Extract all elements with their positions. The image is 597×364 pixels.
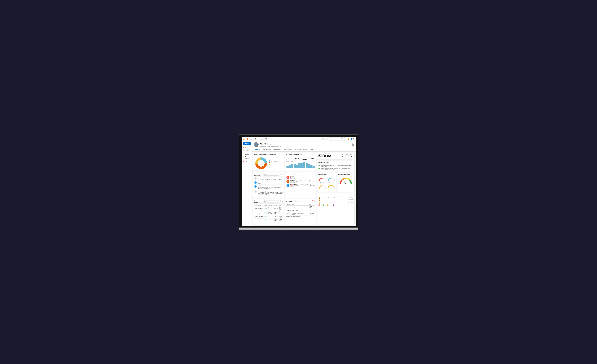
ph-settings-icon[interactable]: ⚙ [282, 200, 283, 203]
nba-item-2: ✓ Recommend usage-based insurance as the… [319, 168, 353, 170]
row-spend-charts: Customer Insurance Spend by Products [253, 153, 316, 171]
insurance-spend-time-title: Insurance Spend Over Time [286, 154, 315, 156]
mail-icon[interactable]: ✉ [346, 138, 347, 140]
churn-risk-label: Churn Risk [320, 182, 325, 183]
segmentation-icon: 📊 [243, 160, 244, 162]
bar [310, 165, 313, 168]
user-icon[interactable]: 👤 [350, 138, 352, 140]
alert-date-2: 24 Mar 2021 [348, 199, 353, 202]
sentiment-gauge-svg [340, 177, 352, 185]
table-row: BEAPEWPQ87411 Paid Bank Branch 0.00 USD … [254, 206, 283, 211]
left-content: Customer Insurance Spend by Products [253, 153, 316, 225]
bar [296, 165, 298, 168]
tab-history[interactable]: History [302, 148, 308, 152]
product-mentions-find[interactable] [263, 174, 279, 175]
tab-relationships[interactable]: Relationships [272, 148, 282, 152]
service-history-card: Service History O Orders Closed [285, 172, 316, 198]
search-input[interactable] [330, 138, 341, 140]
row-purchase-interactions: Purchase History 📅 ⚙ [253, 199, 316, 225]
tier-svg [327, 184, 335, 189]
bar-column: Nov [310, 165, 313, 169]
svg-point-5 [258, 160, 265, 167]
purchase-history-card: Purchase History 📅 ⚙ [253, 199, 284, 225]
mention-twitter-icon-1: 🐦 [254, 182, 257, 184]
tab-hierarchies[interactable]: Hierarchies [293, 148, 302, 152]
sidebar-item-my-records[interactable]: 📁 My Records [242, 156, 252, 159]
tab-record-details[interactable]: Record Details [261, 148, 272, 152]
legend-life-label: Life Insurance - 25% [271, 160, 280, 162]
potential-gauge: Potential [327, 177, 335, 183]
mention-title-3: Premiums [258, 185, 283, 186]
orders-status: Closed on Unknown John Jones [290, 177, 300, 179]
bar-column: Apr [294, 164, 296, 169]
sidebar-item-task-manager[interactable]: 📋 Task Manager [242, 152, 252, 156]
tier-label: Tier [330, 190, 332, 190]
col-date: Date [279, 204, 283, 206]
customer-value-card: Customer Value [317, 173, 337, 192]
tab-cross-reference[interactable]: Cross Reference [282, 148, 293, 152]
apps-icon[interactable] [243, 138, 245, 140]
new-button[interactable]: New [243, 142, 251, 145]
insurance-spend-time-card: Insurance Spend Over Time Total Purchase… [285, 153, 316, 171]
bar-column: Jul [301, 163, 303, 169]
bar-month-label: Nov [311, 169, 312, 169]
profile-contact: john.jones@unicorn.com | (617) 348-3755 [260, 145, 285, 147]
calendar-icon[interactable]: 📅 [280, 174, 281, 175]
sidebar-item-segmentation[interactable]: 📊 Segmentation [242, 159, 252, 162]
int-calendar-icon[interactable]: 📅 [312, 200, 313, 202]
right-column: Customer Since March 25, 2015 Years 6 [317, 153, 354, 225]
bar-month-label: Jun [299, 169, 300, 169]
bar-column: Jun [298, 163, 301, 169]
search-icon[interactable]: 🔍 [341, 138, 344, 140]
help-icon[interactable]: ? [353, 138, 354, 140]
settings-icon[interactable]: ⚙ [282, 174, 283, 175]
bar-month-label: Oct [308, 169, 310, 169]
laptop-base [239, 228, 358, 230]
int-settings-icon[interactable]: ⚙ [314, 200, 315, 202]
main-content: Customer Insurance Spend by Products [252, 152, 356, 226]
nba-title: Next Best Actions [319, 162, 353, 164]
spend-year-label: Spend in 2021 [286, 161, 315, 162]
ph-calendar-icon[interactable]: 📅 [280, 200, 281, 203]
purchase-history-find[interactable] [263, 200, 279, 203]
bar-month-label: Jan [287, 169, 288, 169]
collapse-icon[interactable]: « [243, 223, 243, 224]
table-row: BEAPEWPQ87510 Paid Online 0.00 USD 14 Ap… [254, 215, 283, 219]
svg-point-7 [330, 178, 330, 179]
mention-text-1: Can you please email me the date of clai… [258, 179, 282, 180]
sidebar-item-home[interactable]: 🏠 Home [242, 146, 252, 149]
tab-notifications[interactable]: Notifications [322, 194, 328, 196]
mention-text-2: Has anyone seen deals on home and auto i… [258, 182, 283, 184]
interactions-table: Media Text Date Webchat [286, 204, 315, 215]
adjustments-status: Closed on Unknown John Jones [290, 185, 300, 187]
donut-chart [254, 157, 268, 170]
mention-chat-icon-2: 💬 [254, 190, 257, 193]
bar [306, 163, 308, 168]
bar-column: Sep [306, 163, 308, 169]
service-row-orders: O Orders Closed on Unknown John Jones [286, 176, 315, 179]
sidebar-item-search[interactable]: 🔍 Search [242, 149, 252, 152]
search-box[interactable]: 🔍 [329, 137, 345, 141]
alert-date-1: 24 May 2021 [348, 197, 353, 199]
top-bar: Informatica Customer 360 Person ▾ 🔍 ✉ 🔔 [242, 137, 356, 141]
days-badge: 16 [350, 155, 353, 159]
sidebar-task-label: Task Manager [245, 152, 251, 155]
alert-legend: High Low Medium [319, 205, 353, 205]
bar [301, 163, 303, 168]
close-button[interactable]: × [352, 144, 354, 146]
bar-month-label: Mar [292, 169, 293, 169]
tab-alerts[interactable]: Alerts [319, 194, 322, 196]
tab-360-view[interactable]: 360 View [254, 148, 261, 152]
bell-icon[interactable]: 🔔 [348, 138, 350, 140]
legend-low-box [323, 205, 324, 205]
alert-bell-3: 🔔 [319, 202, 320, 204]
person-selector[interactable]: Person ▾ [321, 138, 328, 140]
alert-bell-1: 🔔 [319, 197, 320, 199]
auto-insurance-spend: Auto Insurance $3480 [294, 157, 300, 160]
legend-high-label: High [320, 205, 322, 205]
tab-tasks[interactable]: Tasks [308, 148, 314, 152]
mention-title-4: Promo Code Expires Today [258, 190, 283, 192]
interactions-find[interactable] [295, 200, 311, 202]
alerts-tabs: Alerts Notifications [319, 194, 353, 196]
search-sidebar-icon: 🔍 [243, 149, 244, 151]
